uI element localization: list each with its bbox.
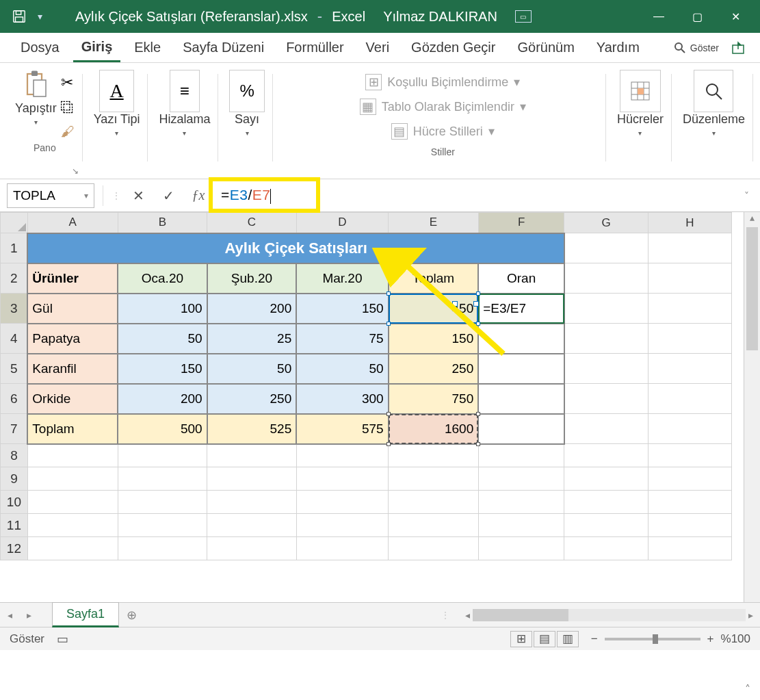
ribbon-display-icon[interactable]: ▭: [515, 10, 532, 23]
vertical-scrollbar[interactable]: ▴: [744, 212, 760, 602]
row-header-5[interactable]: 5: [1, 354, 28, 384]
cell[interactable]: [207, 467, 297, 491]
cell[interactable]: Şub.20: [207, 263, 297, 294]
cell[interactable]: [389, 444, 479, 467]
cell[interactable]: [478, 537, 564, 560]
cell[interactable]: Oca.20: [118, 263, 207, 294]
page-layout-view-button[interactable]: ▤: [534, 631, 555, 647]
cell[interactable]: 500: [118, 414, 207, 444]
copy-icon[interactable]: ⿻: [61, 100, 75, 116]
row-header-4[interactable]: 4: [1, 324, 28, 354]
name-box[interactable]: TOPLA▾: [7, 183, 94, 208]
select-all-corner[interactable]: [1, 213, 28, 233]
spreadsheet-grid[interactable]: ABCDEFGH 1Aylık Çiçek Satışları2ÜrünlerO…: [0, 212, 732, 560]
cell[interactable]: [564, 354, 648, 384]
cell[interactable]: [118, 467, 207, 491]
active-cell[interactable]: =E3/E7: [478, 294, 564, 324]
row-header-2[interactable]: 2: [1, 263, 28, 294]
cell[interactable]: [648, 294, 731, 324]
row-header-6[interactable]: 6: [1, 384, 28, 414]
cell[interactable]: [478, 514, 564, 537]
cell[interactable]: [648, 354, 731, 384]
cell[interactable]: [564, 263, 648, 294]
column-header-B[interactable]: B: [118, 213, 207, 233]
cell[interactable]: [27, 467, 118, 491]
cell[interactable]: Karanfil: [27, 354, 118, 384]
minimize-button[interactable]: ―: [640, 0, 678, 33]
cell[interactable]: [648, 537, 731, 560]
table-title[interactable]: Aylık Çiçek Satışları: [27, 233, 564, 263]
ribbon-tab-sayfa düzeni[interactable]: Sayfa Düzeni: [174, 34, 272, 61]
confirm-formula-button[interactable]: ✓: [155, 183, 181, 208]
row-header-1[interactable]: 1: [1, 233, 28, 263]
cell[interactable]: 150: [118, 354, 207, 384]
zoom-in-button[interactable]: +: [707, 632, 714, 646]
cell[interactable]: [564, 467, 648, 491]
cell-styles-button[interactable]: ▤Hücre Stilleri ▾: [389, 119, 497, 144]
ribbon-tab-dosya[interactable]: Dosya: [12, 34, 68, 61]
cell[interactable]: [648, 491, 731, 514]
cell[interactable]: [564, 324, 648, 354]
cell[interactable]: [296, 467, 388, 491]
number-dropdown[interactable]: Sayı▾: [235, 112, 259, 137]
ribbon-tab-veri[interactable]: Veri: [358, 34, 397, 61]
sheet-nav-next[interactable]: ▸: [19, 610, 38, 621]
cell[interactable]: [648, 233, 731, 263]
cell[interactable]: [207, 444, 297, 467]
cell[interactable]: [296, 444, 388, 467]
cell[interactable]: [478, 491, 564, 514]
cell[interactable]: [118, 537, 207, 560]
macro-record-icon[interactable]: ▭: [57, 632, 68, 647]
cell[interactable]: 200: [118, 384, 207, 414]
cell[interactable]: Toplam: [389, 263, 479, 294]
cell[interactable]: 750: [389, 384, 479, 414]
cell[interactable]: Oran: [478, 263, 564, 294]
cell[interactable]: 525: [207, 414, 297, 444]
cell[interactable]: 250: [207, 384, 297, 414]
cell[interactable]: 75: [296, 324, 388, 354]
cancel-formula-button[interactable]: ✕: [125, 183, 151, 208]
ribbon-tab-ekle[interactable]: Ekle: [126, 34, 169, 61]
cell[interactable]: [207, 491, 297, 514]
ribbon-tab-yardım[interactable]: Yardım: [588, 34, 648, 61]
cell[interactable]: [564, 444, 648, 467]
horizontal-scrollbar[interactable]: ◂▸: [458, 609, 760, 621]
ribbon-tab-gözden geçir[interactable]: Gözden Geçir: [403, 34, 503, 61]
collapse-ribbon-icon[interactable]: ˄: [745, 683, 750, 696]
column-header-E[interactable]: E: [389, 213, 479, 233]
cell[interactable]: [389, 491, 479, 514]
share-button[interactable]: [729, 38, 748, 57]
cell[interactable]: Ürünler: [27, 263, 118, 294]
column-header-G[interactable]: G: [564, 213, 648, 233]
zoom-out-button[interactable]: −: [591, 632, 598, 646]
cell[interactable]: 50: [296, 354, 388, 384]
format-painter-icon[interactable]: 🖌: [61, 124, 75, 140]
dialog-launcher-icon[interactable]: ↘: [72, 166, 79, 176]
cell[interactable]: 300: [296, 384, 388, 414]
column-header-H[interactable]: H: [648, 213, 731, 233]
sheet-nav-prev[interactable]: ◂: [0, 610, 19, 621]
cell[interactable]: 250: [389, 354, 479, 384]
column-header-D[interactable]: D: [296, 213, 388, 233]
add-sheet-button[interactable]: ⊕: [119, 608, 144, 623]
cell[interactable]: [564, 491, 648, 514]
cell[interactable]: [648, 263, 731, 294]
cell[interactable]: [648, 444, 731, 467]
cell[interactable]: [478, 467, 564, 491]
alignment-dropdown[interactable]: Hizalama▾: [159, 112, 210, 137]
editing-dropdown[interactable]: Düzenleme▾: [683, 112, 745, 137]
sheet-tab[interactable]: Sayfa1: [52, 602, 119, 627]
column-header-C[interactable]: C: [207, 213, 297, 233]
cell[interactable]: [27, 444, 118, 467]
cell[interactable]: [118, 444, 207, 467]
font-dropdown[interactable]: Yazı Tipi▾: [94, 112, 140, 137]
cell[interactable]: [389, 467, 479, 491]
maximize-button[interactable]: ▢: [678, 0, 716, 33]
column-header-A[interactable]: A: [27, 213, 118, 233]
cell[interactable]: 575: [296, 414, 388, 444]
cell[interactable]: [118, 514, 207, 537]
cell[interactable]: Toplam: [27, 414, 118, 444]
cell[interactable]: 150: [296, 294, 388, 324]
cell[interactable]: Gül: [27, 294, 118, 324]
row-header-10[interactable]: 10: [1, 491, 28, 514]
